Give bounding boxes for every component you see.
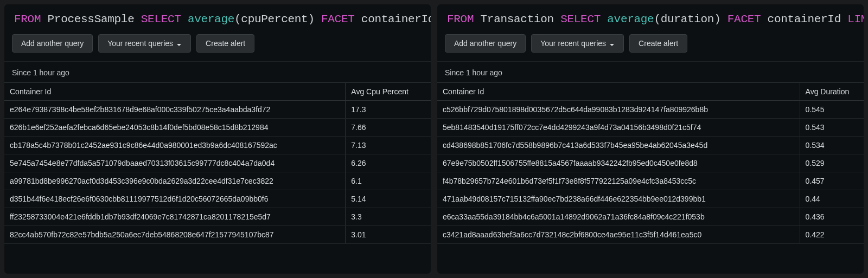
table-row[interactable]: e264e79387398c4be58ef2b831678d9e68af000c… — [4, 101, 431, 119]
query-function: average — [607, 13, 654, 25]
recent-queries-label: Your recent queries — [107, 39, 173, 48]
cell-container-id: 5eb81483540d19175ff072cc7e4dd4299243a9f4… — [437, 119, 800, 137]
query-source: Transaction — [481, 13, 554, 25]
cell-value: 0.543 — [800, 119, 864, 137]
cell-value: 0.44 — [800, 190, 864, 208]
results-table: Container Id Avg Cpu Percent e264e793873… — [4, 82, 431, 244]
recent-queries-button[interactable]: Your recent queries — [98, 34, 191, 53]
query-source: ProcessSample — [48, 13, 135, 25]
cell-value: 0.529 — [800, 154, 864, 172]
recent-queries-button[interactable]: Your recent queries — [531, 34, 624, 53]
table-row[interactable]: c3421ad8aaad63bef3a6cc7d732148c2bf6800ce… — [437, 226, 864, 244]
query-toolbar: Add another query Your recent queries Cr… — [4, 34, 431, 61]
cell-container-id: cd438698b851706fc7d558b9896b7c413a6d533f… — [437, 137, 800, 154]
column-header-value[interactable]: Avg Cpu Percent — [346, 83, 431, 101]
add-query-button[interactable]: Add another query — [12, 34, 93, 53]
keyword-facet: FACET — [727, 13, 761, 25]
table-row[interactable]: a99781bd8be996270acf0d3d453c396e9c0bda26… — [4, 172, 431, 190]
results-table-wrap: Container Id Avg Duration c526bbf729d075… — [437, 82, 864, 274]
cell-container-id: a99781bd8be996270acf0d3d453c396e9c0bda26… — [4, 172, 346, 190]
table-row[interactable]: 626b1e6ef252aefa2febca6d65ebe24053c8b14f… — [4, 119, 431, 137]
keyword-from: FROM — [14, 13, 41, 25]
create-alert-button[interactable]: Create alert — [629, 34, 687, 53]
cell-value: 0.422 — [800, 226, 864, 244]
cell-value: 0.457 — [800, 172, 864, 190]
query-function: average — [188, 13, 234, 25]
table-row[interactable]: f4b78b29657b724e601b6d73ef5f1f73e8f8f577… — [437, 172, 864, 190]
cell-container-id: 67e9e75b0502ff1506755ffe8815a4567faaaab9… — [437, 154, 800, 172]
query-editor[interactable]: FROM ProcessSample SELECT average(cpuPer… — [4, 4, 431, 34]
cell-container-id: 5e745a7454e8e77dfda5a571079dbaaed70313f0… — [4, 154, 346, 172]
time-range-label: Since 1 hour ago — [437, 61, 864, 82]
cell-value: 7.13 — [346, 137, 431, 154]
cell-value: 0.436 — [800, 208, 864, 226]
column-header-value[interactable]: Avg Duration — [800, 83, 864, 101]
cell-container-id: e264e79387398c4be58ef2b831678d9e68af000c… — [4, 101, 346, 119]
cell-value: 0.545 — [800, 101, 864, 119]
cell-container-id: d351b44f6e418ecf26e6f0630cbb81119977512d… — [4, 190, 346, 208]
keyword-limit: LIMIT — [847, 13, 864, 25]
cell-value: 6.26 — [346, 154, 431, 172]
cell-container-id: c526bbf729d075801898d0035672d5c644da9908… — [437, 101, 800, 119]
table-row[interactable]: c526bbf729d075801898d0035672d5c644da9908… — [437, 101, 864, 119]
cell-value: 6.1 — [346, 172, 431, 190]
add-query-button[interactable]: Add another query — [445, 34, 526, 53]
table-row[interactable]: 471aab49d08157c715132ffa90ec7bd238a66df4… — [437, 190, 864, 208]
table-row[interactable]: 82cc4ab570fb72c82e57bdb5a250a6ec7deb5486… — [4, 226, 431, 244]
column-header-id[interactable]: Container Id — [4, 83, 346, 101]
cell-value: 3.3 — [346, 208, 431, 226]
cell-container-id: 626b1e6ef252aefa2febca6d65ebe24053c8b14f… — [4, 119, 346, 137]
recent-queries-label: Your recent queries — [540, 39, 606, 48]
left-panel: FROM ProcessSample SELECT average(cpuPer… — [4, 4, 431, 274]
results-table: Container Id Avg Duration c526bbf729d075… — [437, 82, 864, 244]
time-range-label: Since 1 hour ago — [4, 61, 431, 82]
cell-container-id: c3421ad8aaad63bef3a6cc7d732148c2bf6800ce… — [437, 226, 800, 244]
query-facet-field: containerId — [361, 13, 431, 25]
cell-container-id: f4b78b29657b724e601b6d73ef5f1f73e8f8f577… — [437, 172, 800, 190]
table-row[interactable]: e6ca33aa55da39184bb4c6a5001a14892d9062a7… — [437, 208, 864, 226]
cell-value: 0.534 — [800, 137, 864, 154]
column-header-id[interactable]: Container Id — [437, 83, 800, 101]
query-editor[interactable]: FROM Transaction SELECT average(duration… — [437, 4, 864, 34]
chevron-down-icon — [176, 41, 182, 46]
cell-container-id: e6ca33aa55da39184bb4c6a5001a14892d9062a7… — [437, 208, 800, 226]
query-arg: cpuPercent — [241, 13, 308, 25]
table-row[interactable]: d351b44f6e418ecf26e6f0630cbb81119977512d… — [4, 190, 431, 208]
table-row[interactable]: ff23258733004e421e6fddb1db7b93df24069e7c… — [4, 208, 431, 226]
cell-container-id: ff23258733004e421e6fddb1db7b93df24069e7c… — [4, 208, 346, 226]
query-arg: duration — [661, 13, 714, 25]
keyword-select: SELECT — [560, 13, 601, 25]
create-alert-button[interactable]: Create alert — [196, 34, 254, 53]
keyword-from: FROM — [447, 13, 474, 25]
query-toolbar: Add another query Your recent queries Cr… — [437, 34, 864, 61]
table-row[interactable]: cb178a5c4b7378b01c2452ae931c9c86e44d0a98… — [4, 137, 431, 154]
chevron-down-icon — [609, 41, 615, 46]
cell-value: 17.3 — [346, 101, 431, 119]
table-row[interactable]: 5eb81483540d19175ff072cc7e4dd4299243a9f4… — [437, 119, 864, 137]
cell-container-id: 82cc4ab570fb72c82e57bdb5a250a6ec7deb5486… — [4, 226, 346, 244]
query-facet-field: containerId — [768, 13, 841, 25]
cell-value: 5.14 — [346, 190, 431, 208]
cell-value: 7.66 — [346, 119, 431, 137]
table-row[interactable]: 5e745a7454e8e77dfda5a571079dbaaed70313f0… — [4, 154, 431, 172]
right-panel: FROM Transaction SELECT average(duration… — [437, 4, 864, 274]
keyword-select: SELECT — [141, 13, 181, 25]
table-row[interactable]: cd438698b851706fc7d558b9896b7c413a6d533f… — [437, 137, 864, 154]
cell-value: 3.01 — [346, 226, 431, 244]
table-row[interactable]: 67e9e75b0502ff1506755ffe8815a4567faaaab9… — [437, 154, 864, 172]
results-table-wrap: Container Id Avg Cpu Percent e264e793873… — [4, 82, 431, 274]
cell-container-id: cb178a5c4b7378b01c2452ae931c9c86e44d0a98… — [4, 137, 346, 154]
keyword-facet: FACET — [321, 13, 355, 25]
cell-container-id: 471aab49d08157c715132ffa90ec7bd238a66df4… — [437, 190, 800, 208]
